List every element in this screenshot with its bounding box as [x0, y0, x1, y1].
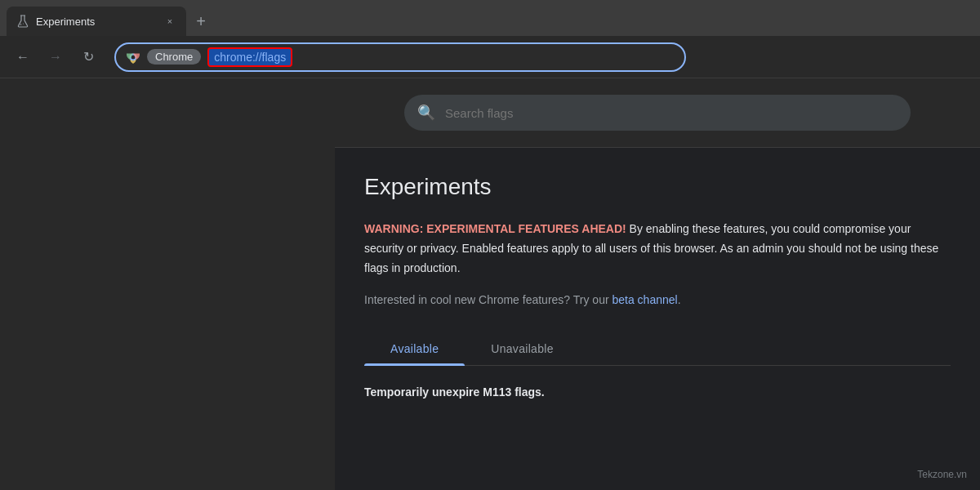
back-button[interactable]: ← [10, 44, 36, 70]
active-tab[interactable]: Experiments × [7, 7, 186, 36]
address-chip-chrome: Chrome [147, 49, 201, 65]
svg-point-0 [20, 24, 22, 25]
warning-label: WARNING: EXPERIMENTAL FEATURES AHEAD! [364, 222, 626, 235]
forward-button[interactable]: → [42, 44, 69, 70]
beta-text-after: . [678, 293, 681, 306]
search-input[interactable] [445, 106, 898, 120]
search-bar: 🔍 [404, 95, 911, 131]
beta-paragraph: Interested in cool new Chrome features? … [364, 291, 951, 309]
main-content: 🔍 Experiments WARNING: EXPERIMENTAL FEAT… [335, 78, 980, 490]
chrome-logo-icon [126, 50, 140, 65]
new-tab-button[interactable]: + [189, 10, 212, 33]
experiments-body: Experiments WARNING: EXPERIMENTAL FEATUR… [335, 148, 980, 425]
tab-close-button[interactable]: × [163, 15, 176, 28]
address-url[interactable]: chrome://flags [207, 47, 292, 67]
search-bar-container: 🔍 [335, 78, 980, 148]
warning-paragraph: WARNING: EXPERIMENTAL FEATURES AHEAD! By… [364, 220, 951, 278]
tab-unavailable[interactable]: Unavailable [465, 332, 579, 365]
watermark: Tekzone.vn [917, 469, 967, 480]
beta-channel-link[interactable]: beta channel [612, 293, 677, 306]
address-bar[interactable]: Chrome chrome://flags [114, 42, 686, 72]
tab-available[interactable]: Available [364, 332, 465, 365]
nav-bar: ← → ↻ Chrome chrome://flags [0, 36, 980, 78]
page-title: Experiments [364, 174, 951, 200]
flag-title: Temporarily unexpire M113 flags. [364, 385, 951, 399]
reload-button[interactable]: ↻ [75, 44, 101, 70]
sidebar [0, 78, 335, 490]
search-icon: 🔍 [417, 104, 435, 122]
tab-bar: Experiments × + [0, 0, 980, 36]
browser-window: Experiments × + ← → ↻ Chrome chrome://fl… [0, 0, 980, 490]
experiments-tab-icon [16, 15, 29, 28]
beta-text-before: Interested in cool new Chrome features? … [364, 293, 612, 306]
tabs-bar: Available Unavailable [364, 332, 951, 366]
tab-title: Experiments [36, 16, 157, 28]
page-content: 🔍 Experiments WARNING: EXPERIMENTAL FEAT… [0, 78, 980, 490]
svg-point-1 [23, 24, 24, 24]
